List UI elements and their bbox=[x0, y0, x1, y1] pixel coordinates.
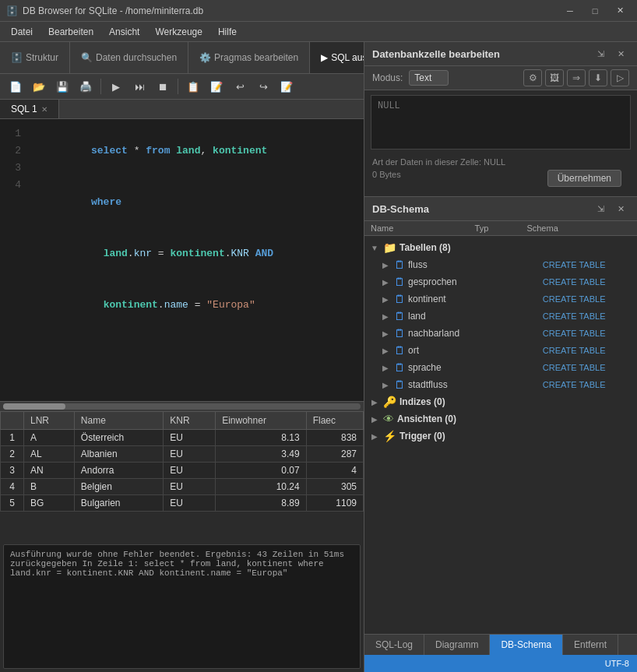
tree-table-sprache[interactable]: ▶ 🗒 sprache CREATE TABLE bbox=[364, 359, 637, 376]
mode-icon-export[interactable]: ⬇ bbox=[589, 69, 607, 86]
cell-editor-controls: ⇲ ✕ bbox=[592, 47, 629, 61]
app-title: DB Browser for SQLite - /home/miniterra.… bbox=[23, 5, 203, 16]
results-table-wrap[interactable]: LNR Name KNR Einwohner Flaec 1 A Österre… bbox=[0, 411, 364, 541]
tab-pragmas[interactable]: ⚙️ Pragmas bearbeiten bbox=[188, 42, 310, 73]
sql-tab-1[interactable]: SQL 1 ✕ bbox=[0, 100, 59, 118]
trigger-expand-icon: ▶ bbox=[369, 432, 380, 441]
open-button[interactable]: 📂 bbox=[28, 76, 50, 97]
schema-tree[interactable]: ▼ 📁 Tabellen (8) ▶ 🗒 fluss CREATE TABLE … bbox=[364, 236, 637, 634]
title-bar-left: 🗄️ DB Browser for SQLite - /home/miniter… bbox=[6, 5, 203, 16]
tab-sql-ausfuehren[interactable]: ▶ SQL ausführen bbox=[310, 42, 364, 73]
right-panel: Datenbankzelle bearbeiten ⇲ ✕ Modus: Tex… bbox=[364, 42, 637, 672]
minimize-button[interactable]: ─ bbox=[559, 3, 581, 19]
mode-icon-more[interactable]: ▷ bbox=[611, 69, 629, 86]
menu-bearbeiten[interactable]: Bearbeiten bbox=[40, 24, 101, 40]
table-row[interactable]: 3 AN Andorra EU 0.07 4 bbox=[1, 463, 364, 479]
mode-icon-img[interactable]: 🖼 bbox=[545, 69, 564, 86]
window-controls[interactable]: ─ □ ✕ bbox=[559, 3, 631, 19]
mode-icon-gear[interactable]: ⚙ bbox=[523, 69, 542, 86]
schema-close-button[interactable]: ✕ bbox=[612, 202, 629, 216]
tree-table-stadtfluss[interactable]: ▶ 🗒 stadtfluss CREATE TABLE bbox=[364, 376, 637, 393]
tree-table-gesprochen[interactable]: ▶ 🗒 gesprochen CREATE TABLE bbox=[364, 273, 637, 290]
run-button[interactable]: ▶ bbox=[105, 76, 127, 97]
maximize-button[interactable]: □ bbox=[584, 3, 606, 19]
tree-table-land[interactable]: ▶ 🗒 land CREATE TABLE bbox=[364, 308, 637, 325]
tab-daten-durchsuchen[interactable]: 🔍 Daten durchsuchen bbox=[70, 42, 188, 73]
table-name: kontinent bbox=[408, 294, 498, 304]
undo-button[interactable]: ↩ bbox=[229, 76, 251, 97]
status-bar: UTF-8 bbox=[364, 655, 637, 672]
menu-werkzeuge[interactable]: Werkzeuge bbox=[147, 24, 209, 40]
null-display[interactable]: NULL bbox=[371, 95, 631, 150]
table-row[interactable]: 4 B Belgien EU 10.24 305 bbox=[1, 479, 364, 495]
tree-section-tables[interactable]: ▼ 📁 Tabellen (8) bbox=[364, 239, 637, 256]
bottom-tab-entfernt[interactable]: Entfernt bbox=[563, 635, 618, 655]
apply-button[interactable]: Übernehmen bbox=[547, 170, 621, 187]
trigger-icon: ⚡ bbox=[383, 430, 396, 442]
close-button[interactable]: ✕ bbox=[609, 3, 631, 19]
table-row[interactable]: 5 BG Bulgarien EU 8.89 1109 bbox=[1, 495, 364, 512]
tree-section-ansichten[interactable]: ▶ 👁 Ansichten (0) bbox=[364, 410, 637, 427]
comment-button[interactable]: 📝 bbox=[276, 76, 297, 97]
col-knr[interactable]: KNR bbox=[164, 412, 216, 430]
run-all-button[interactable]: ⏭ bbox=[128, 76, 150, 97]
stop-button[interactable]: ⏹ bbox=[152, 76, 174, 97]
cell-lnr: AN bbox=[24, 463, 75, 479]
cell-lnr: B bbox=[24, 479, 75, 495]
menu-datei[interactable]: Datei bbox=[3, 24, 40, 40]
code-line-2: where bbox=[30, 177, 361, 228]
cell-bytes: 0 Bytes Übernehmen bbox=[364, 168, 637, 196]
tree-table-ort[interactable]: ▶ 🗒 ort CREATE TABLE bbox=[364, 342, 637, 359]
sql-icon: ▶ bbox=[321, 52, 328, 63]
new-record-button[interactable]: 📄 bbox=[5, 76, 26, 97]
menu-bar: Datei Bearbeiten Ansicht Werkzeuge Hilfe bbox=[0, 22, 637, 42]
tree-section-trigger[interactable]: ▶ ⚡ Trigger (0) bbox=[364, 427, 637, 445]
tree-table-fluss[interactable]: ▶ 🗒 fluss CREATE TABLE bbox=[364, 256, 637, 273]
col-name[interactable]: Name bbox=[74, 412, 163, 430]
cell-close-button[interactable]: ✕ bbox=[612, 47, 629, 61]
code-editor[interactable]: 1 2 3 4 select * from land, kontinent wh… bbox=[0, 119, 364, 401]
h-scrollbar[interactable] bbox=[0, 402, 364, 411]
mode-select[interactable]: Text bbox=[409, 70, 449, 86]
bottom-tab-dbschema[interactable]: DB-Schema bbox=[490, 635, 563, 655]
tree-table-nachbarland[interactable]: ▶ 🗒 nachbarland CREATE TABLE bbox=[364, 325, 637, 342]
table-row[interactable]: 1 A Österreich EU 8.13 838 bbox=[1, 430, 364, 446]
indizes-label: Indizes (0) bbox=[399, 396, 632, 407]
tree-section-indizes[interactable]: ▶ 🔑 Indizes (0) bbox=[364, 393, 637, 410]
mode-icon-arrow[interactable]: ⇒ bbox=[567, 69, 586, 86]
col-flaeche[interactable]: Flaec bbox=[306, 412, 363, 430]
bottom-tab-diagramm[interactable]: Diagramm bbox=[424, 635, 490, 655]
toolbar-sep-1 bbox=[100, 79, 101, 94]
cell-editor-title: Datenbankzelle bearbeiten bbox=[372, 48, 500, 60]
toolbar: 📄 📂 💾 🖨️ ▶ ⏭ ⏹ 📋 📝 ↩ ↪ 📝 bbox=[0, 74, 364, 100]
redo-button[interactable]: ↪ bbox=[252, 76, 274, 97]
table-row[interactable]: 2 AL Albanien EU 3.49 287 bbox=[1, 446, 364, 463]
cell-flaeche: 287 bbox=[306, 446, 363, 463]
cell-name: Andorra bbox=[74, 463, 163, 479]
menu-hilfe[interactable]: Hilfe bbox=[210, 24, 245, 40]
bottom-tab-sqllog[interactable]: SQL-Log bbox=[364, 635, 424, 655]
copy-button[interactable]: 📋 bbox=[182, 76, 204, 97]
col-lnr[interactable]: LNR bbox=[24, 412, 75, 430]
code-line-1: select * from land, kontinent bbox=[30, 125, 361, 177]
print-button[interactable]: 🖨️ bbox=[75, 76, 97, 97]
cell-detach-button[interactable]: ⇲ bbox=[592, 47, 609, 61]
tab-struktur[interactable]: 🗄️ Struktur bbox=[0, 42, 70, 73]
paste-button[interactable]: 📝 bbox=[206, 76, 227, 97]
schema-title: DB-Schema bbox=[372, 203, 429, 215]
sql-tab-close[interactable]: ✕ bbox=[41, 105, 48, 114]
table-name: nachbarland bbox=[408, 328, 498, 339]
menu-ansicht[interactable]: Ansicht bbox=[101, 24, 147, 40]
save-button[interactable]: 💾 bbox=[51, 76, 73, 97]
db-icon: 🗄️ bbox=[11, 52, 23, 63]
tree-table-kontinent[interactable]: ▶ 🗒 kontinent CREATE TABLE bbox=[364, 290, 637, 308]
table-schema: CREATE TABLE bbox=[543, 277, 632, 287]
cell-editor: Datenbankzelle bearbeiten ⇲ ✕ Modus: Tex… bbox=[364, 42, 637, 197]
mode-icons: ⚙ 🖼 ⇒ ⬇ ▷ bbox=[523, 69, 629, 86]
schema-detach-button[interactable]: ⇲ bbox=[592, 202, 609, 216]
schema-col-headers: Name Typ Schema bbox=[364, 221, 637, 236]
scrollbar-thumb[interactable] bbox=[3, 403, 65, 410]
cell-flaeche: 1109 bbox=[306, 495, 363, 512]
log-area[interactable]: Ausführung wurde ohne Fehler beendet. Er… bbox=[3, 544, 361, 669]
col-einwohner[interactable]: Einwohner bbox=[216, 412, 307, 430]
